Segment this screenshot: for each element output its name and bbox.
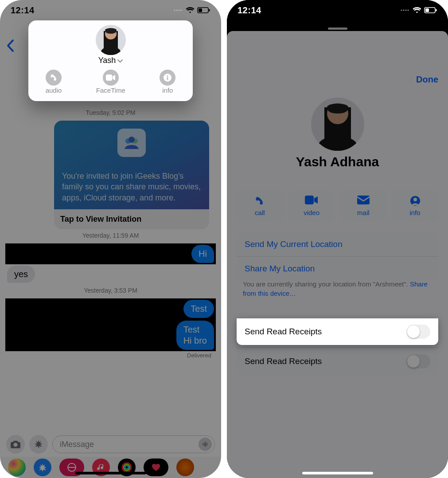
info-button[interactable]: info — [160, 70, 175, 94]
contact-avatar[interactable] — [96, 25, 126, 55]
cellular-icon — [173, 8, 183, 12]
svg-point-1 — [176, 9, 177, 11]
send-read-receipts-toggle[interactable] — [406, 325, 430, 339]
battery-icon — [197, 7, 210, 13]
svg-rect-25 — [167, 77, 168, 80]
svg-point-3 — [180, 9, 182, 11]
svg-point-29 — [407, 9, 409, 11]
right-phone: 12:14 Done Yash Adhana — [227, 0, 448, 478]
info-icon — [160, 70, 175, 86]
contact-name: Yash — [98, 56, 116, 65]
action-label: FaceTime — [96, 86, 125, 94]
svg-point-24 — [167, 75, 168, 76]
status-bar: 12:14 — [0, 0, 221, 20]
battery-icon — [424, 7, 437, 13]
chevron-down-icon — [117, 56, 123, 65]
status-icons — [400, 7, 437, 13]
dim-overlay — [227, 0, 448, 478]
action-label: audio — [46, 86, 62, 94]
audio-call-button[interactable]: audio — [46, 70, 62, 94]
action-label: info — [162, 86, 173, 94]
svg-rect-5 — [199, 8, 202, 12]
svg-point-0 — [174, 9, 175, 11]
status-time: 12:14 — [11, 5, 35, 16]
svg-point-28 — [405, 9, 406, 11]
svg-rect-6 — [209, 9, 210, 12]
send-read-receipts-row: Send Read Receipts — [237, 318, 438, 345]
facetime-button[interactable]: FaceTime — [96, 70, 125, 94]
status-time: 12:14 — [238, 5, 261, 16]
svg-rect-22 — [106, 74, 112, 81]
svg-rect-31 — [425, 8, 429, 12]
status-icons — [173, 7, 210, 13]
status-bar: 12:14 — [227, 0, 448, 20]
home-indicator[interactable] — [302, 472, 373, 474]
wifi-icon — [186, 7, 195, 13]
video-icon — [103, 70, 119, 86]
contact-name-row[interactable]: Yash — [98, 56, 123, 65]
left-phone: 12:14 Tues — [0, 0, 221, 478]
svg-rect-32 — [436, 9, 437, 12]
phone-icon — [46, 70, 62, 86]
svg-point-26 — [401, 9, 402, 11]
toggle-label: Send Read Receipts — [245, 327, 322, 337]
home-indicator[interactable] — [75, 472, 146, 474]
svg-point-27 — [403, 9, 404, 11]
svg-point-2 — [178, 9, 179, 11]
contact-popup: Yash audio FaceTime info — [28, 20, 193, 101]
wifi-icon — [413, 7, 421, 13]
cellular-icon — [400, 8, 410, 12]
